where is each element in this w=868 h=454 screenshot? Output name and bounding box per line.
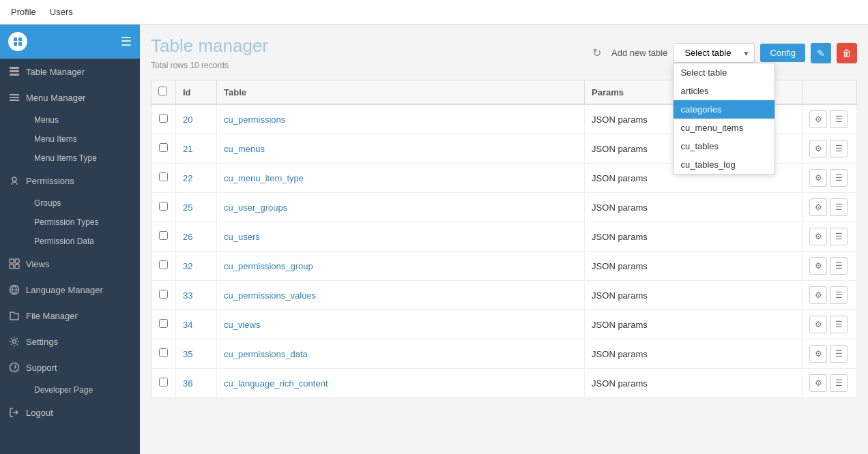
row-id-link[interactable]: 21 — [183, 144, 192, 154]
row-settings-button[interactable]: ⚙ — [809, 169, 827, 187]
row-menu-button[interactable]: ☰ — [830, 374, 848, 392]
sidebar-item-views[interactable]: Views — [0, 251, 140, 277]
select-table-dropdown[interactable]: Select table ▼ Select table articles cat… — [673, 43, 755, 63]
sidebar-item-file-manager[interactable]: File Manager — [0, 303, 140, 329]
dropdown-option-cu-menu-items[interactable]: cu_menu_items — [674, 119, 775, 137]
row-settings-button[interactable]: ⚙ — [809, 286, 827, 304]
sidebar-item-menu-manager[interactable]: Menu Manager — [0, 85, 140, 110]
row-menu-button[interactable]: ☰ — [830, 228, 848, 245]
sidebar-item-table-manager[interactable]: Table Manager — [0, 59, 140, 85]
row-checkbox[interactable] — [159, 143, 168, 152]
row-table-link[interactable]: cu_language_rich_content — [224, 378, 328, 389]
row-checkbox[interactable] — [159, 231, 168, 240]
svg-point-12 — [13, 340, 16, 344]
row-id-link[interactable]: 22 — [183, 173, 192, 183]
select-table-button[interactable]: Select table — [673, 43, 755, 63]
row-checkbox[interactable] — [159, 114, 168, 123]
row-menu-button[interactable]: ☰ — [830, 110, 848, 128]
row-actions-cell: ⚙ ☰ — [809, 345, 850, 363]
select-table-trigger[interactable]: Select table ▼ — [673, 43, 755, 63]
sidebar-item-logout[interactable]: Logout — [0, 399, 140, 425]
sidebar-item-language-manager[interactable]: Language Manager — [0, 277, 140, 303]
dropdown-option-select-table[interactable]: Select table — [674, 63, 775, 82]
row-settings-button[interactable]: ⚙ — [809, 316, 827, 333]
row-table-link[interactable]: cu_permissions_values — [224, 290, 316, 301]
row-id-link[interactable]: 25 — [183, 202, 192, 213]
sidebar-item-developer-page[interactable]: Developer Page — [26, 380, 140, 399]
sidebar-item-settings[interactable]: Settings — [0, 329, 140, 354]
row-id-link[interactable]: 32 — [183, 261, 192, 271]
support-sub: Developer Page — [0, 380, 140, 399]
row-settings-button[interactable]: ⚙ — [809, 110, 827, 128]
edit-button[interactable]: ✎ — [811, 43, 831, 63]
row-checkbox-cell — [151, 252, 176, 281]
row-settings-button[interactable]: ⚙ — [809, 345, 827, 363]
row-table-link[interactable]: cu_users — [224, 232, 260, 242]
refresh-button[interactable]: ↻ — [587, 44, 606, 63]
row-menu-button[interactable]: ☰ — [830, 286, 848, 304]
row-actions-cell: ⚙ ☰ — [809, 110, 850, 128]
row-id-link[interactable]: 35 — [183, 349, 192, 359]
row-checkbox[interactable] — [159, 378, 168, 387]
nav-profile[interactable]: Profile — [11, 7, 36, 17]
svg-point-14 — [14, 369, 15, 371]
row-table-link[interactable]: cu_permissions_data — [224, 349, 308, 359]
row-id-link[interactable]: 26 — [183, 232, 192, 242]
row-id-link[interactable]: 33 — [183, 290, 192, 301]
row-checkbox[interactable] — [159, 172, 168, 181]
row-table-link[interactable]: cu_menus — [224, 144, 265, 154]
row-menu-button[interactable]: ☰ — [830, 198, 848, 216]
dropdown-option-articles[interactable]: articles — [674, 82, 775, 100]
sidebar-item-menu-items-type[interactable]: Menu Items Type — [26, 149, 140, 168]
row-menu-button[interactable]: ☰ — [830, 140, 848, 157]
row-table-link[interactable]: cu_permissions_group — [224, 261, 313, 271]
dropdown-option-cu-tables-log[interactable]: cu_tables_log — [674, 155, 775, 174]
row-menu-button[interactable]: ☰ — [830, 316, 848, 333]
row-table-link[interactable]: cu_menu_item_type — [224, 173, 304, 183]
row-menu-button[interactable]: ☰ — [830, 345, 848, 363]
row-id-link[interactable]: 34 — [183, 320, 192, 330]
row-checkbox[interactable] — [159, 290, 168, 299]
row-menu-button[interactable]: ☰ — [830, 169, 848, 187]
row-actions: ⚙ ☰ — [802, 222, 857, 252]
row-settings-button[interactable]: ⚙ — [809, 228, 827, 245]
row-params: JSON params — [585, 281, 802, 310]
row-checkbox[interactable] — [159, 202, 168, 211]
row-checkbox[interactable] — [159, 260, 168, 269]
row-id-link[interactable]: 20 — [183, 115, 192, 125]
row-table-link[interactable]: cu_user_groups — [224, 202, 287, 213]
config-button[interactable]: Config — [760, 44, 805, 62]
sidebar-item-groups[interactable]: Groups — [26, 194, 140, 213]
sidebar-item-menu-items[interactable]: Menu Items — [26, 130, 140, 149]
select-all-checkbox[interactable] — [158, 87, 167, 95]
sidebar-item-support[interactable]: Support — [0, 354, 140, 380]
sidebar-item-permission-data[interactable]: Permission Data — [26, 232, 140, 251]
svg-rect-5 — [10, 100, 19, 101]
row-params: JSON params — [585, 193, 802, 222]
support-icon — [8, 361, 20, 374]
sidebar-item-permissions[interactable]: Permissions — [0, 168, 140, 194]
row-settings-button[interactable]: ⚙ — [809, 140, 827, 157]
delete-button[interactable]: 🗑 — [837, 43, 857, 63]
sidebar-item-permission-types[interactable]: Permission Types — [26, 213, 140, 232]
dropdown-option-cu-tables[interactable]: cu_tables — [674, 137, 775, 155]
row-checkbox[interactable] — [159, 348, 168, 357]
nav-users[interactable]: Users — [50, 7, 73, 17]
row-id-link[interactable]: 36 — [183, 378, 192, 389]
sidebar-item-menus[interactable]: Menus — [26, 110, 140, 130]
row-checkbox-cell — [151, 164, 176, 193]
row-checkbox-cell — [151, 281, 176, 310]
row-menu-button[interactable]: ☰ — [830, 257, 848, 275]
row-actions-cell: ⚙ ☰ — [809, 286, 850, 304]
row-settings-button[interactable]: ⚙ — [809, 198, 827, 216]
hamburger-icon[interactable]: ☰ — [121, 34, 132, 49]
row-table-link[interactable]: cu_views — [224, 320, 260, 330]
row-settings-button[interactable]: ⚙ — [809, 374, 827, 392]
svg-point-6 — [12, 177, 16, 181]
row-actions-cell: ⚙ ☰ — [809, 198, 850, 216]
row-checkbox[interactable] — [159, 319, 168, 328]
dropdown-option-categories[interactable]: categories — [674, 100, 775, 119]
settings-label: Settings — [26, 337, 58, 347]
row-settings-button[interactable]: ⚙ — [809, 257, 827, 275]
row-table-link[interactable]: cu_permissions — [224, 115, 285, 125]
